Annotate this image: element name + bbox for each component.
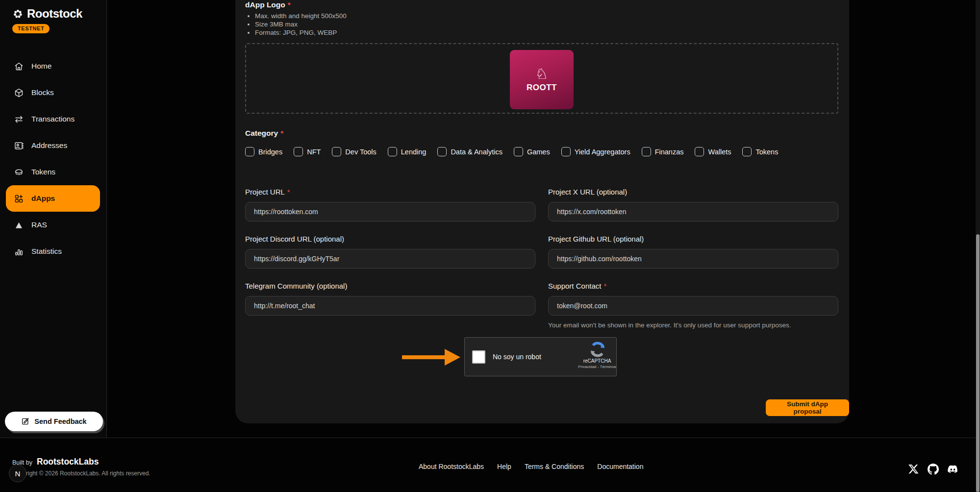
category-option-lending[interactable]: Lending xyxy=(388,147,427,156)
category-checkbox[interactable] xyxy=(561,147,571,156)
logo-preview-name: ROOTT xyxy=(527,83,557,93)
category-option-tokens[interactable]: Tokens xyxy=(742,147,778,156)
field-support-contact: Support Contact* Your email won't be sho… xyxy=(548,282,838,329)
knight-chess-icon: ♘ xyxy=(535,67,549,81)
sidebar-item-label: Statistics xyxy=(31,247,62,256)
sidebar-item-statistics[interactable]: Statistics xyxy=(0,238,106,265)
arrow-shaft xyxy=(402,355,445,359)
category-checkbox[interactable] xyxy=(437,147,447,156)
category-option-wallets[interactable]: Wallets xyxy=(695,147,731,156)
sidebar-nav: Home Blocks Transactions xyxy=(0,53,106,265)
logo-rule: Formats: JPG, PNG, WEBP xyxy=(255,28,347,37)
copyright-text: Copyright © 2026 RootstockLabs. All righ… xyxy=(12,470,151,477)
annotation-arrow xyxy=(402,348,463,367)
footer-link-terms[interactable]: Terms & Conditions xyxy=(525,463,584,470)
sidebar-item-label: Addresses xyxy=(31,141,67,150)
feedback-label: Send Feedback xyxy=(34,418,86,425)
logo-rules-list: Max. width and height 500x500 Size 3MB m… xyxy=(255,12,347,37)
sidebar-item-dapps[interactable]: dApps xyxy=(6,185,100,212)
sidebar: Rootstock TESTNET Home Blocks xyxy=(0,0,107,438)
project-x-url-input[interactable] xyxy=(548,202,838,221)
category-checkbox[interactable] xyxy=(742,147,752,156)
presence-avatar-n: N xyxy=(9,465,26,482)
brand-logo[interactable]: Rootstock TESTNET xyxy=(12,7,82,33)
project-url-input[interactable] xyxy=(245,202,535,221)
category-checkbox[interactable] xyxy=(695,147,704,156)
sidebar-item-ras[interactable]: RAS xyxy=(0,212,106,238)
category-option-yield-aggregators[interactable]: Yield Aggregators xyxy=(561,147,630,156)
sidebar-item-label: Tokens xyxy=(31,168,55,176)
recaptcha-logo-icon xyxy=(590,342,605,357)
sidebar-item-label: RAS xyxy=(31,221,47,229)
field-project-github-url: Project Github URL (optional) xyxy=(548,235,838,269)
support-contact-input[interactable] xyxy=(548,296,838,316)
footer-link-help[interactable]: Help xyxy=(497,463,511,470)
required-asterisk: * xyxy=(287,188,290,196)
brand-name: Rootstock xyxy=(27,7,82,21)
arrow-head xyxy=(445,349,460,366)
category-checkbox[interactable] xyxy=(514,147,523,156)
category-option-finanzas[interactable]: Finanzas xyxy=(642,147,684,156)
required-asterisk: * xyxy=(280,129,283,137)
logo-rule: Max. width and height 500x500 xyxy=(255,12,347,20)
send-feedback-button[interactable]: Send Feedback xyxy=(5,412,103,431)
category-checkbox[interactable] xyxy=(332,147,341,156)
support-contact-helper: Your email won't be shown in the explore… xyxy=(548,321,838,329)
category-checkbox[interactable] xyxy=(642,147,651,156)
category-option-dev-tools[interactable]: Dev Tools xyxy=(332,147,376,156)
github-icon[interactable] xyxy=(928,464,939,475)
project-discord-url-input[interactable] xyxy=(245,249,535,269)
sidebar-item-label: Transactions xyxy=(31,115,75,123)
testnet-badge: TESTNET xyxy=(12,24,50,33)
category-options-row: Bridges NFT Dev Tools Lending Data & Ana… xyxy=(245,147,778,156)
triangle-icon xyxy=(14,220,24,230)
recaptcha-brand: reCAPTCHA xyxy=(578,358,616,364)
bar-chart-icon xyxy=(14,246,24,257)
category-option-games[interactable]: Games xyxy=(514,147,550,156)
project-github-url-input[interactable] xyxy=(548,249,838,269)
feedback-pencil-icon xyxy=(21,417,30,426)
sidebar-item-tokens[interactable]: Tokens xyxy=(0,159,106,185)
rootstocklabs-link[interactable]: RootstockLabs xyxy=(37,457,99,467)
submit-dapp-proposal-button[interactable]: Submit dApp proposal xyxy=(766,399,849,416)
required-asterisk: * xyxy=(603,282,606,290)
recaptcha-label: No soy un robot xyxy=(493,353,541,361)
category-checkbox[interactable] xyxy=(294,147,303,156)
field-project-url: Project URL* xyxy=(245,188,535,221)
sidebar-item-home[interactable]: Home xyxy=(0,53,106,79)
footer-link-about[interactable]: About RootstockLabs xyxy=(419,463,484,470)
category-option-nft[interactable]: NFT xyxy=(294,147,321,156)
footer-links: About RootstockLabs Help Terms & Conditi… xyxy=(419,463,643,470)
sidebar-item-blocks[interactable]: Blocks xyxy=(0,79,106,106)
sidebar-item-transactions[interactable]: Transactions xyxy=(0,106,106,132)
recaptcha-terms-links[interactable]: Privacidad - Términos xyxy=(578,365,616,369)
category-option-bridges[interactable]: Bridges xyxy=(245,147,282,156)
cube-icon xyxy=(14,88,24,98)
x-twitter-icon[interactable] xyxy=(908,464,919,475)
footer-link-documentation[interactable]: Documentation xyxy=(597,463,643,470)
sidebar-item-label: Blocks xyxy=(31,88,54,97)
sidebar-item-label: Home xyxy=(31,62,51,71)
dapps-grid-plus-icon xyxy=(14,194,24,204)
category-checkbox[interactable] xyxy=(245,147,254,156)
scrollbar xyxy=(976,0,980,492)
category-label: Category* xyxy=(245,129,283,138)
footer-left: Built by RootstockLabs Copyright © 2026 … xyxy=(12,457,151,477)
scrollbar-thumb[interactable] xyxy=(976,234,980,492)
form-fields-grid: Project URL* Project X URL (optional) Pr… xyxy=(245,188,838,329)
footer-social xyxy=(908,464,958,475)
coin-icon xyxy=(14,167,24,177)
dapp-proposal-form-panel: dApp Logo* Max. width and height 500x500… xyxy=(235,0,849,423)
dapp-logo-label: dApp Logo* xyxy=(245,0,291,9)
swap-arrows-icon xyxy=(14,114,24,124)
discord-icon[interactable] xyxy=(947,464,958,475)
field-telegram-community: Telegram Community (optional) xyxy=(245,282,535,329)
field-project-discord-url: Project Discord URL (optional) xyxy=(245,235,535,269)
category-option-data-analytics[interactable]: Data & Analytics xyxy=(437,147,503,156)
required-asterisk: * xyxy=(288,0,291,9)
recaptcha-checkbox[interactable] xyxy=(472,350,485,364)
sidebar-item-addresses[interactable]: Addresses xyxy=(0,132,106,159)
category-checkbox[interactable] xyxy=(388,147,397,156)
telegram-community-input[interactable] xyxy=(245,296,535,316)
logo-upload-dropzone[interactable]: ♘ ROOTT xyxy=(245,43,838,114)
